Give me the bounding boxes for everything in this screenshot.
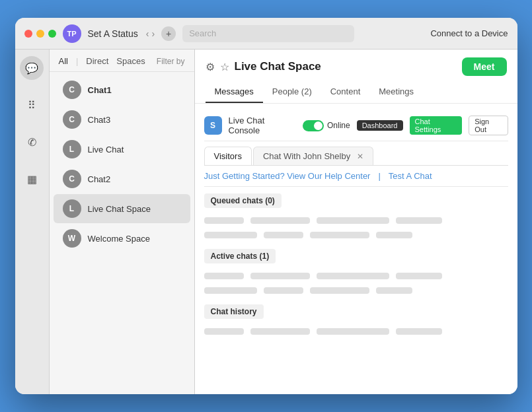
skeleton-block [376,232,412,238]
chat-item-label: Chat2 [88,174,111,184]
search-placeholder: Search [189,28,216,38]
list-item[interactable]: C Chat2 [54,164,190,193]
chat-settings-badge[interactable]: Chat Settings [410,116,463,135]
list-item[interactable]: W Welcome Space [54,224,190,253]
skeleton-block [317,328,389,335]
list-item[interactable]: L Live Chat [54,135,190,164]
dashboard-badge[interactable]: Dashboard [357,120,403,131]
chat-item-label: Welcome Space [88,234,150,244]
chat-item-label: Chat3 [88,115,111,125]
chat-item-label: Chat1 [88,85,112,95]
search-bar[interactable]: Search [182,25,354,42]
meet-button[interactable]: Meet [462,57,507,76]
minimize-button[interactable] [36,30,44,38]
chat-item-label: Live Chat [88,145,124,154]
skeleton-block [250,217,310,224]
filter-all[interactable]: All [59,56,68,66]
skeleton-block [264,232,303,238]
skeleton-row [204,228,508,242]
skeleton-row [204,283,508,298]
maximize-button[interactable] [48,30,56,38]
traffic-lights [24,30,56,38]
chat-list-header: All | Direct Spaces Filter by [50,50,194,72]
skeleton-block [204,287,257,294]
list-item[interactable]: C Chat3 [54,105,190,134]
skeleton-block [317,273,389,279]
space-header: ⚙ ☆ Live Chat Space Meet Messages People… [195,50,517,104]
content-area: ⚙ ☆ Live Chat Space Meet Messages People… [195,50,517,394]
app-window: TP Set A Status ‹ › + Search Connect to … [15,18,517,394]
test-chat-link[interactable]: Test A Chat [389,171,432,181]
titlebar-title: Set A Status [88,28,138,39]
main-layout: 💬 ⠿ ✆ ▦ All | Direct Spaces Filter by C … [15,50,517,394]
sign-out-badge[interactable]: Sign Out [469,116,508,135]
chat-item-label: Live Chat Space [88,204,151,214]
add-tab-button[interactable]: + [161,26,176,41]
chat-sidebar-icon[interactable]: 💬 [20,56,44,80]
skeleton-block [310,287,369,294]
tab-content[interactable]: Content [321,83,370,103]
skeleton-block [396,273,442,279]
help-banner: Just Getting Started? View Our Help Cent… [204,166,508,187]
skeleton-block [204,232,257,238]
tab-people[interactable]: People (2) [263,83,321,103]
filter-spaces[interactable]: Spaces [116,56,145,66]
tab-meetings[interactable]: Meetings [369,83,423,103]
chat-history-header: Chat history [204,304,264,319]
tab-chat-john[interactable]: Chat With John Shelby ✕ [253,147,373,165]
console-area: S Live Chat Console Online Dashboard Cha… [195,104,517,394]
skeleton-block [204,328,244,335]
icon-sidebar: 💬 ⠿ ✆ ▦ [15,50,50,394]
skeleton-block [264,287,303,294]
skeleton-block [317,217,389,224]
skeleton-block [250,273,310,279]
skeleton-block [376,287,412,294]
nav-forward-icon[interactable]: › [151,28,155,39]
skeleton-block [250,328,310,335]
avatar: C [63,110,81,129]
queued-chats-header: Queued chats (0) [204,193,282,208]
space-header-top: ⚙ ☆ Live Chat Space Meet [206,57,507,76]
phone-sidebar-icon[interactable]: ✆ [20,130,44,154]
tab-messages[interactable]: Messages [206,83,263,103]
skeleton-row [204,213,508,228]
chat-list-items: C Chat1 C Chat3 L Live Chat C Chat2 L [50,72,194,394]
skeleton-block [396,328,442,335]
settings-icon[interactable]: ⚙ [206,61,215,73]
active-chats-header: Active chats (1) [204,249,276,263]
connect-device-button[interactable]: Connect to a Device [430,28,508,38]
star-icon[interactable]: ☆ [220,61,229,73]
calendar-sidebar-icon[interactable]: ▦ [20,167,44,191]
filter-direct[interactable]: Direct [86,56,108,66]
avatar: L [63,199,81,218]
skeleton-block [310,232,369,238]
grid-sidebar-icon[interactable]: ⠿ [20,93,44,117]
tab-visitors[interactable]: Visitors [204,147,252,165]
avatar: C [63,170,81,188]
close-tab-icon[interactable]: ✕ [357,152,363,161]
skeleton-block [396,217,442,224]
online-status: Online [327,121,350,130]
close-button[interactable] [24,30,32,38]
skeleton-block [204,217,244,224]
visitor-tabs: Visitors Chat With John Shelby ✕ [204,147,508,166]
skeleton-row [204,269,508,283]
skeleton-block [204,273,244,279]
list-item[interactable]: C Chat1 [54,75,190,104]
help-text: Just Getting Started? View Our Help Cent… [204,171,371,181]
console-label: Live Chat Console [229,116,296,135]
titlebar: TP Set A Status ‹ › + Search Connect to … [15,18,517,50]
avatar: C [63,81,81,99]
skeleton-row [204,324,508,339]
avatar: L [63,140,81,158]
filter-by[interactable]: Filter by [157,57,185,66]
list-item-active[interactable]: L Live Chat Space [54,194,190,223]
user-avatar[interactable]: TP [63,24,81,43]
chat-list: All | Direct Spaces Filter by C Chat1 C … [50,50,195,394]
avatar: W [63,229,81,248]
online-toggle[interactable] [303,120,324,131]
titlebar-nav: ‹ › [146,28,155,39]
nav-back-icon[interactable]: ‹ [146,28,149,39]
space-title: Live Chat Space [235,60,321,73]
toggle-wrap: Online [303,120,350,131]
